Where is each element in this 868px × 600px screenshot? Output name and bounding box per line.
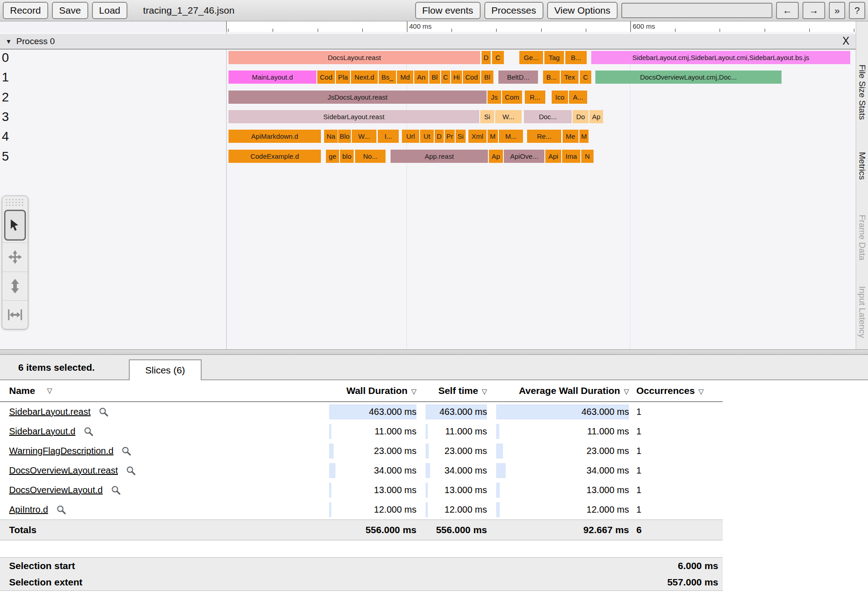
column-header-name[interactable]: Name▽	[0, 385, 325, 396]
flame-slice[interactable]: M	[487, 130, 498, 143]
slice-name-link[interactable]: WarningFlagDescription.d	[9, 446, 113, 456]
flame-slice[interactable]: Xml	[468, 130, 487, 143]
magnifier-icon[interactable]	[56, 505, 66, 515]
process-header[interactable]: ▼ Process 0 X	[0, 34, 856, 50]
flame-slice[interactable]: DocsLayout.reast	[228, 51, 480, 64]
flame-slice[interactable]: Ico	[552, 91, 568, 104]
flame-slice[interactable]: Bs_	[379, 71, 396, 84]
magnifier-icon[interactable]	[122, 446, 132, 456]
flame-slice[interactable]: ApiMarkdown.d	[228, 130, 321, 143]
flame-slice[interactable]: Pla	[336, 71, 350, 84]
flame-slice[interactable]: I...	[378, 130, 399, 143]
flame-slice[interactable]: Me	[563, 130, 579, 143]
flame-slice[interactable]: ge	[326, 150, 339, 163]
flame-slice[interactable]: Cod	[463, 71, 480, 84]
flame-slice[interactable]: N	[581, 150, 594, 163]
flame-slice[interactable]: Com	[502, 91, 522, 104]
timing-tool-button[interactable]	[2, 300, 28, 329]
save-button[interactable]: Save	[52, 2, 88, 19]
side-tab-metrics[interactable]: Metrics	[857, 152, 867, 180]
tab-slices[interactable]: Slices (6)	[129, 359, 202, 380]
flame-slice[interactable]: Bl	[481, 71, 493, 84]
flame-slice[interactable]: C	[441, 71, 450, 84]
column-header-average-wall-duration[interactable]: Average Wall Duration▽	[496, 385, 629, 396]
flame-slice[interactable]: Doc...	[524, 110, 572, 123]
timeline-canvas[interactable]: ▼ Process 0 X 0DocsLayout.reastDCGe...Ta…	[0, 32, 856, 349]
flame-slice[interactable]: Re...	[527, 130, 561, 143]
flame-slice[interactable]: M...	[499, 130, 523, 143]
magnifier-icon[interactable]	[99, 407, 109, 417]
flame-slice[interactable]: M	[579, 130, 589, 143]
flame-slice[interactable]: Si	[480, 110, 494, 123]
column-header-self-time[interactable]: Self time▽	[426, 385, 487, 396]
zoom-tool-button[interactable]	[2, 272, 28, 300]
view-options-button[interactable]: View Options	[547, 2, 618, 19]
flame-slice[interactable]: Si	[456, 130, 466, 143]
help-button[interactable]: ?	[849, 2, 865, 19]
panel-splitter[interactable]	[0, 349, 868, 355]
flame-slice[interactable]: Md	[397, 71, 413, 84]
flame-slice[interactable]: Js	[487, 91, 501, 104]
slice-name-link[interactable]: DocsOverviewLayout.reast	[9, 465, 118, 476]
flame-slice[interactable]: C	[580, 71, 591, 84]
pan-tool-button[interactable]	[2, 242, 28, 271]
magnifier-icon[interactable]	[84, 427, 94, 437]
flame-slice[interactable]: D	[435, 130, 444, 143]
flame-slice[interactable]: Url	[402, 130, 419, 143]
close-process-button[interactable]: X	[843, 35, 849, 47]
magnifier-icon[interactable]	[111, 485, 121, 495]
select-tool-button[interactable]	[4, 210, 26, 241]
search-input[interactable]	[621, 3, 772, 18]
flame-slice[interactable]: blo	[340, 150, 354, 163]
flame-slice[interactable]: R...	[525, 91, 545, 104]
side-tab-file-size-stats[interactable]: File Size Stats	[857, 65, 867, 120]
flame-slice[interactable]: B...	[565, 51, 587, 64]
magnifier-icon[interactable]	[126, 466, 136, 476]
column-header-wall-duration[interactable]: Wall Duration▽	[329, 385, 416, 396]
flame-slice[interactable]: Ap	[489, 150, 503, 163]
flame-slice[interactable]: A...	[569, 91, 587, 104]
slice-name-link[interactable]: SidebarLayout.d	[9, 426, 76, 437]
flame-slice[interactable]: Pr	[445, 130, 455, 143]
flame-slice[interactable]: CodeExample.d	[228, 150, 321, 163]
flame-slice[interactable]: BeltD...	[498, 71, 538, 84]
flame-slice[interactable]: Api	[545, 150, 561, 163]
record-button[interactable]: Record	[3, 2, 48, 19]
flame-slice[interactable]: Tex	[561, 71, 579, 84]
flame-slice[interactable]: Ima	[562, 150, 580, 163]
find-previous-button[interactable]: ←	[776, 2, 799, 19]
flame-slice[interactable]: D	[482, 51, 491, 64]
flame-slice[interactable]: Hi	[451, 71, 462, 84]
collapse-arrow-icon[interactable]: ▼	[5, 38, 12, 45]
slice-name-link[interactable]: SidebarLayout.reast	[9, 407, 91, 417]
column-header-occurrences[interactable]: Occurrences▽	[636, 385, 723, 396]
flame-slice[interactable]: C	[492, 51, 504, 64]
flame-slice[interactable]: Bl	[429, 71, 440, 84]
flow-events-button[interactable]: Flow events	[415, 2, 481, 19]
flame-slice[interactable]: B...	[543, 71, 560, 84]
flame-slice[interactable]: Blo	[338, 130, 351, 143]
flame-slice[interactable]: No...	[355, 150, 386, 163]
flame-slice[interactable]: Ap	[589, 110, 603, 123]
flame-slice[interactable]: ApiOve...	[504, 150, 544, 163]
more-button[interactable]: »	[829, 2, 845, 19]
flame-slice[interactable]: An	[414, 71, 428, 84]
flame-slice[interactable]: Ge...	[519, 51, 543, 64]
time-ruler-canvas[interactable]: 400 ms600 ms	[226, 21, 856, 32]
flame-slice[interactable]: W...	[352, 130, 376, 143]
flame-slice[interactable]: Ut	[420, 130, 434, 143]
find-next-button[interactable]: →	[802, 2, 825, 19]
processes-button[interactable]: Processes	[484, 2, 543, 19]
flame-slice[interactable]: Do	[573, 110, 589, 123]
flame-slice[interactable]: SidebarLayout.reast	[228, 110, 479, 123]
flame-slice[interactable]: Tag	[544, 51, 564, 64]
flame-slice[interactable]: App.reast	[391, 150, 488, 163]
flame-slice[interactable]: DocsOverviewLayout.cmj,Doc...	[595, 71, 782, 84]
flame-slice[interactable]: MainLayout.d	[228, 71, 316, 84]
flame-slice[interactable]: Na	[324, 130, 338, 143]
slice-name-link[interactable]: DocsOverviewLayout.d	[9, 485, 103, 495]
flame-slice[interactable]: W...	[495, 110, 522, 123]
load-button[interactable]: Load	[92, 2, 128, 19]
flame-slice[interactable]: SidebarLayout.cmj,SidebarLayout.cmi,Side…	[591, 51, 850, 64]
palette-grip-handle[interactable]	[5, 198, 25, 207]
